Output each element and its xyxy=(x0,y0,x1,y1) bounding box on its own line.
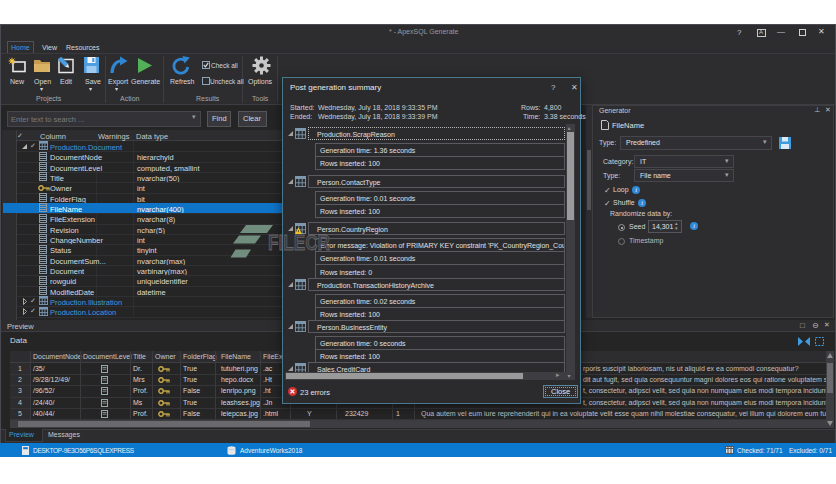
svg-text:FILECR: FILECR xyxy=(268,230,330,255)
